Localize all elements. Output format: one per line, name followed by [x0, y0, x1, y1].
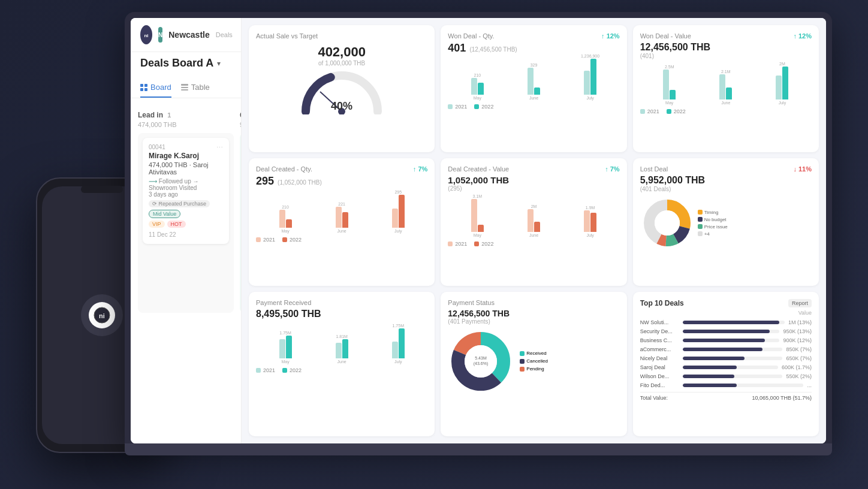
- deal-value-value: 1,052,000 THB: [448, 175, 509, 185]
- top-deals-list: NW Soluti... 1M (13%) Security De... 950…: [640, 319, 812, 388]
- widget-won-deal-value: Won Deal - Value 12,456,500 THB (401) ↑ …: [633, 25, 819, 152]
- total-value-label: Total Value:: [640, 395, 668, 401]
- deal-name: Saroj Deal: [640, 364, 679, 370]
- deal-row: NW Soluti... 1M (13%): [640, 319, 812, 325]
- deal-row: Wilson De... 550K (2%): [640, 373, 812, 379]
- svg-text:40%: 40%: [331, 100, 352, 112]
- lost-deal-title: Lost Deal: [640, 165, 706, 173]
- deal-row: Fito Ded... ...: [640, 382, 812, 388]
- card-amount: 474,000 THB · Saroj Ativitavas: [149, 161, 223, 176]
- deal-qty-value: 295: [256, 175, 274, 188]
- phone-notch: [81, 186, 123, 193]
- won-qty-legend: 2021 2022: [448, 104, 619, 110]
- scene: ni ni: [0, 0, 868, 489]
- actual-sale-value: 402,000: [318, 44, 366, 60]
- deal-name: Business C...: [640, 337, 679, 343]
- dropdown-arrow-icon[interactable]: ▾: [217, 59, 221, 68]
- col-title-lead-in: Lead in 1: [138, 111, 171, 119]
- lost-deal-value: 5,952,000 THB: [640, 175, 706, 186]
- deal-value-sub: (295): [448, 185, 509, 192]
- won-value-sub: (401): [640, 53, 710, 59]
- widget-deal-created-qty: Deal Created - Qty. 295 (1,052,000 THB) …: [249, 158, 435, 285]
- laptop-screen-border: ni N Newcastle Deals Deals Board A ▾: [125, 12, 832, 443]
- lost-deal-sub: (401 Deals): [640, 186, 706, 192]
- view-tabs: Board Table: [131, 78, 241, 98]
- kanban-col-lead-in: Lead in 1 474,000 THB ⋯ 00041 Mirage K.S…: [138, 109, 234, 313]
- deal-value-title: Deal Created - Value: [448, 165, 509, 173]
- card-menu-icon[interactable]: ⋯: [216, 144, 223, 152]
- payment-legend-cancelled: Cancelled: [526, 358, 548, 364]
- table-icon: [181, 84, 188, 91]
- total-value: 10,065,000 THB (51.7%): [752, 395, 812, 401]
- svg-text:ni: ni: [99, 312, 105, 319]
- svg-rect-4: [144, 84, 147, 87]
- deal-row: aCommerc... 850K (7%): [640, 346, 812, 352]
- report-button[interactable]: Report: [788, 299, 812, 307]
- kanban-col-qualified: Qualified leads 2 948,000 THB ⋯ 00041 Mi…: [240, 109, 241, 313]
- badge-hot: HOT: [167, 221, 186, 228]
- svg-rect-5: [140, 88, 143, 91]
- deal-qty-legend: 2021 2022: [256, 237, 427, 243]
- won-qty-title: Won Deal - Qty.: [448, 32, 517, 40]
- workspace-avatar: N: [158, 27, 162, 43]
- card-tags: ⟳ Repeated Purchase Mid Value: [149, 200, 223, 218]
- actual-sale-title: Actual Sale vs Target: [256, 32, 427, 40]
- app-logo: ni: [140, 25, 152, 44]
- deal-value-legend: 2021 2022: [448, 241, 619, 247]
- laptop-screen: ni N Newcastle Deals Deals Board A ▾: [131, 18, 826, 443]
- gauge-chart: 40%: [300, 67, 384, 114]
- widget-payment-status: Payment Status 12,456,500 THB (401 Payme…: [441, 292, 626, 436]
- kanban-card: ⋯ 00041 Mirage K.Saroj 474,000 THB · Sar…: [143, 138, 229, 244]
- tag-mid: Mid Value: [149, 210, 180, 218]
- widget-actual-sale: Actual Sale vs Target 402,000 of 1,000,0…: [249, 25, 435, 152]
- won-value-value: 12,456,500 THB: [640, 42, 710, 53]
- deal-row: Business C... 900K (12%): [640, 337, 812, 343]
- tab-table[interactable]: Table: [181, 78, 210, 98]
- payment-status-title: Payment Status: [448, 299, 619, 306]
- card-name: Mirage K.Saroj: [149, 152, 223, 160]
- app-logo-icon: ni: [89, 302, 115, 328]
- top-deals-col-header: Value: [798, 310, 812, 316]
- deal-name: Fito Ded...: [640, 382, 679, 388]
- deal-name: Wilson De...: [640, 373, 679, 379]
- badge-vip: VIP: [149, 221, 165, 228]
- deal-row: Nicely Deal 650K (7%): [640, 355, 812, 361]
- actual-sale-sub: of 1,000,000 THB: [318, 60, 365, 67]
- workspace-name: Newcastle: [168, 30, 209, 40]
- board-icon: [140, 84, 147, 91]
- deal-qty-title: Deal Created - Qty.: [256, 165, 322, 173]
- lost-legend-price: Price issue: [704, 224, 728, 230]
- won-value-trend: ↑ 12%: [793, 32, 812, 40]
- tag-repeat: ⟳ Repeated Purchase: [149, 200, 210, 207]
- svg-text:5.43M: 5.43M: [475, 356, 487, 360]
- col-amount-qualified: 948,000 THB: [240, 121, 241, 128]
- payment-status-sub: (401 Payments): [448, 318, 619, 325]
- svg-rect-3: [140, 84, 143, 87]
- won-qty-value: 401: [448, 42, 466, 55]
- svg-rect-7: [181, 84, 188, 86]
- dashboard-grid: Actual Sale vs Target 402,000 of 1,000,0…: [242, 18, 826, 443]
- deal-name: NW Soluti...: [640, 319, 679, 325]
- payment-legend-pending: Pending: [526, 366, 544, 372]
- board-title: Deals Board A: [140, 57, 213, 70]
- svg-rect-9: [181, 89, 188, 90]
- lost-legend-more: +4: [704, 231, 710, 237]
- col-title-qualified: Qualified leads 2: [240, 111, 241, 119]
- kanban-area: Lead in 1 474,000 THB ⋯ 00041 Mirage K.S…: [131, 104, 241, 318]
- card-date: 11 Dec 22: [149, 231, 223, 238]
- card-id: 00041: [149, 144, 223, 150]
- deals-nav-link[interactable]: Deals: [216, 31, 233, 38]
- sidebar: ni N Newcastle Deals Deals Board A ▾: [131, 18, 242, 443]
- card-badges: VIP HOT: [149, 221, 223, 228]
- won-value-legend: 2021 2022: [640, 108, 812, 114]
- lost-deal-trend: ↓ 11%: [793, 165, 812, 173]
- sidebar-header: ni N Newcastle Deals: [131, 18, 241, 52]
- svg-rect-6: [144, 88, 147, 91]
- widget-payment-received: Payment Received 8,495,500 THB 1.75M M: [249, 292, 435, 436]
- col-amount-lead-in: 474,000 THB: [138, 121, 234, 128]
- widget-top-deals: Top 10 Deals Report Value NW Soluti...: [633, 292, 819, 436]
- tab-board[interactable]: Board: [140, 78, 171, 98]
- deal-value-trend: ↑ 7%: [605, 165, 619, 173]
- lost-legend-budget: No budget: [704, 217, 727, 222]
- payment-legend-received: Received: [526, 351, 546, 356]
